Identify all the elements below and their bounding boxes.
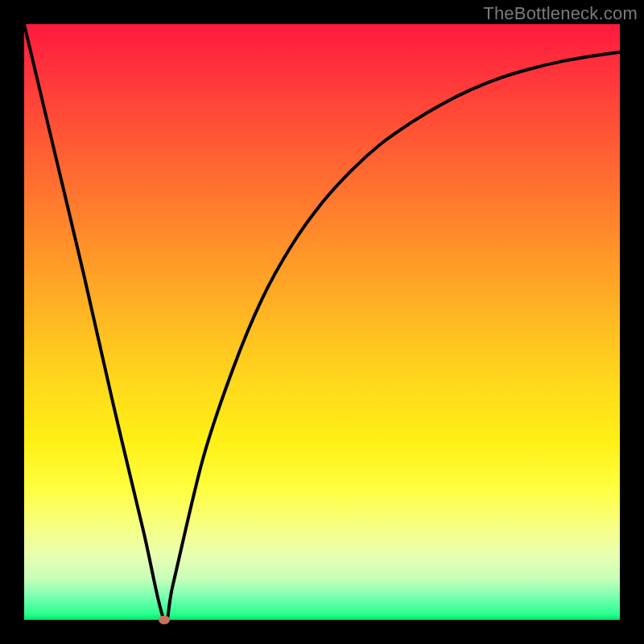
minimum-marker — [159, 616, 170, 625]
chart-frame: TheBottleneck.com — [0, 0, 644, 644]
plot-area — [24, 24, 620, 620]
curve-svg — [24, 24, 620, 620]
bottleneck-curve-path — [24, 24, 620, 622]
watermark-text: TheBottleneck.com — [483, 3, 638, 24]
